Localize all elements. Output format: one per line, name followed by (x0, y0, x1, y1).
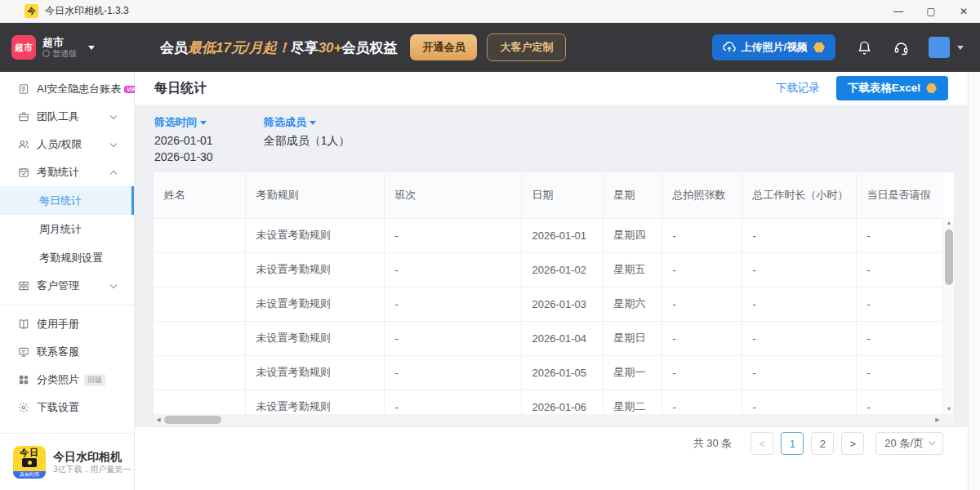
stats-table-card: 姓名 考勤规则 班次 日期 星期 总拍照张数 总工作时长（小时） 当日是否请假 … (153, 172, 955, 426)
table-cell: - (384, 355, 521, 390)
table-cell: 未设置考勤规则 (245, 321, 384, 355)
book-icon (18, 318, 29, 330)
pagination-next-button[interactable]: > (841, 432, 864, 455)
table-cell: 星期一 (603, 355, 662, 390)
document-icon (18, 83, 29, 95)
page-size-select[interactable]: 20 条/页 (875, 432, 943, 455)
user-avatar[interactable] (929, 37, 950, 58)
plan-icon (42, 50, 50, 57)
top-bar: 超市 超市 普通版 会员最低17元/月起！尽享30+会员权益 开通会员 大客户定… (0, 23, 980, 72)
table-row: 未设置考勤规则-2026-01-03星期六--- (154, 287, 944, 321)
upload-photos-button[interactable]: 上传照片/视频 (712, 34, 835, 60)
sidebar-item-classified-photos[interactable]: 分类照片 旧版 (0, 366, 134, 394)
table-cell: - (742, 252, 856, 287)
sidebar-item-download-settings[interactable]: 下载设置 (0, 394, 134, 421)
window-scrollbar-track[interactable] (968, 72, 980, 490)
sidebar-item-team-tools[interactable]: 团队工具 (0, 103, 134, 131)
column-header: 考勤规则 (245, 172, 384, 218)
chevron-down-icon (110, 282, 117, 288)
table-cell: 未设置考勤规则 (245, 252, 384, 287)
grid-icon (18, 374, 29, 385)
users-icon (18, 139, 29, 150)
table-cell: - (384, 287, 521, 321)
sidebar: AI安全隐患台账表 VIP 团队工具 人员/权限 考勤统计 每日统计 周月统计 … (0, 72, 135, 490)
workspace-plan: 普通版 (42, 48, 77, 59)
table-header-row: 姓名 考勤规则 班次 日期 星期 总拍照张数 总工作时长（小时） 当日是否请假 (154, 172, 944, 218)
column-header: 班次 (384, 172, 521, 218)
app-icon: 今 (24, 4, 38, 18)
sidebar-subitem-daily-stats[interactable]: 每日统计 (0, 186, 134, 215)
table-cell: - (742, 321, 856, 355)
download-excel-button[interactable]: 下载表格Excel (836, 76, 948, 100)
table-cell: - (856, 287, 944, 321)
sidebar-subitem-attendance-rules[interactable]: 考勤规则设置 (0, 243, 134, 272)
scroll-left-arrow[interactable]: ◀ (154, 414, 163, 425)
horizontal-scrollbar[interactable]: ◀ ▶ (154, 414, 942, 425)
table-cell: 未设置考勤规则 (245, 218, 384, 252)
close-button[interactable]: ✕ (947, 0, 980, 22)
scroll-right-arrow[interactable]: ▶ (933, 414, 942, 425)
chevron-down-icon (200, 121, 207, 125)
table-cell: 未设置考勤规则 (245, 287, 384, 321)
maximize-button[interactable]: ▢ (915, 0, 947, 22)
table-cell: 星期日 (603, 321, 662, 355)
customer-support-headset-icon[interactable] (893, 40, 909, 56)
filter-member-dropdown[interactable]: 筛选成员 (264, 115, 350, 130)
column-header: 当日是否请假 (856, 172, 944, 218)
daily-stats-table: 姓名 考勤规则 班次 日期 星期 总拍照张数 总工作时长（小时） 当日是否请假 … (154, 172, 944, 425)
table-cell: - (662, 252, 742, 287)
minimize-button[interactable]: — (882, 0, 915, 22)
sidebar-item-user-manual[interactable]: 使用手册 (0, 310, 134, 338)
table-cell: 2026-01-03 (521, 287, 603, 321)
table-cell: - (662, 321, 742, 355)
table-cell (154, 218, 245, 252)
sidebar-item-attendance-stats[interactable]: 考勤统计 (0, 158, 134, 186)
filter-time-dropdown[interactable]: 筛选时间 (154, 115, 213, 130)
sidebar-footer: 今日 真实时间 今日水印相机 3亿下载，用户量第一 (0, 433, 134, 490)
window-titlebar: 今 今日水印相机-1.3.3 — ▢ ✕ (0, 0, 980, 23)
vip-hexagon-icon (926, 83, 937, 93)
open-vip-button[interactable]: 开通会员 (410, 34, 477, 60)
filters: 筛选时间 2026-01-01 2026-01-30 筛选成员 全部成员（1人） (135, 105, 968, 165)
table-cell: - (384, 218, 521, 252)
table-cell: 2026-01-05 (521, 355, 603, 390)
app-name: 今日水印相机 (53, 449, 131, 464)
sidebar-item-contact-support[interactable]: 联系客服 (0, 338, 134, 366)
pagination-page-2[interactable]: 2 (811, 432, 834, 455)
table-cell: - (662, 355, 742, 390)
vertical-scrollbar[interactable]: ▲ ▼ (942, 218, 954, 414)
download-records-link[interactable]: 下载记录 (776, 81, 820, 96)
pagination-page-1[interactable]: 1 (781, 432, 804, 455)
column-header: 星期 (603, 172, 662, 218)
sidebar-item-ai-ledger[interactable]: AI安全隐患台账表 VIP (0, 75, 134, 103)
table-cell: - (662, 287, 742, 321)
horizontal-scroll-thumb[interactable] (164, 416, 221, 424)
chevron-down-icon[interactable] (957, 46, 964, 50)
table-cell: - (856, 218, 944, 252)
scroll-down-arrow[interactable]: ▼ (943, 404, 955, 414)
drawer-box-icon (18, 280, 29, 292)
chevron-down-icon (929, 439, 935, 445)
column-header: 姓名 (154, 172, 245, 218)
table-cell (154, 321, 245, 355)
table-row: 未设置考勤规则-2026-01-05星期一--- (154, 355, 944, 390)
chevron-up-icon (110, 171, 117, 177)
table-cell: - (384, 321, 521, 355)
notification-bell-icon[interactable] (857, 40, 872, 56)
calendar-check-icon (18, 167, 29, 178)
table-cell: - (742, 218, 856, 252)
pagination-prev-button[interactable]: < (751, 432, 773, 455)
window-title: 今日水印相机-1.3.3 (45, 4, 129, 18)
table-cell: - (856, 321, 944, 355)
sidebar-item-customer-management[interactable]: 客户管理 (0, 272, 134, 300)
sidebar-subitem-weekly-monthly-stats[interactable]: 周月统计 (0, 215, 134, 243)
scrollbar-corner (942, 414, 954, 425)
scroll-up-arrow[interactable]: ▲ (943, 218, 955, 228)
table-cell: 星期五 (603, 252, 662, 287)
workspace-switcher[interactable]: 超市 超市 普通版 (0, 35, 139, 60)
vertical-scroll-thumb[interactable] (945, 229, 953, 285)
sidebar-item-members-permissions[interactable]: 人员/权限 (0, 131, 134, 158)
workspace-badge: 超市 (11, 35, 36, 60)
enterprise-custom-button[interactable]: 大客户定制 (487, 33, 566, 61)
content-header: 每日统计 下载记录 下载表格Excel (135, 72, 968, 105)
